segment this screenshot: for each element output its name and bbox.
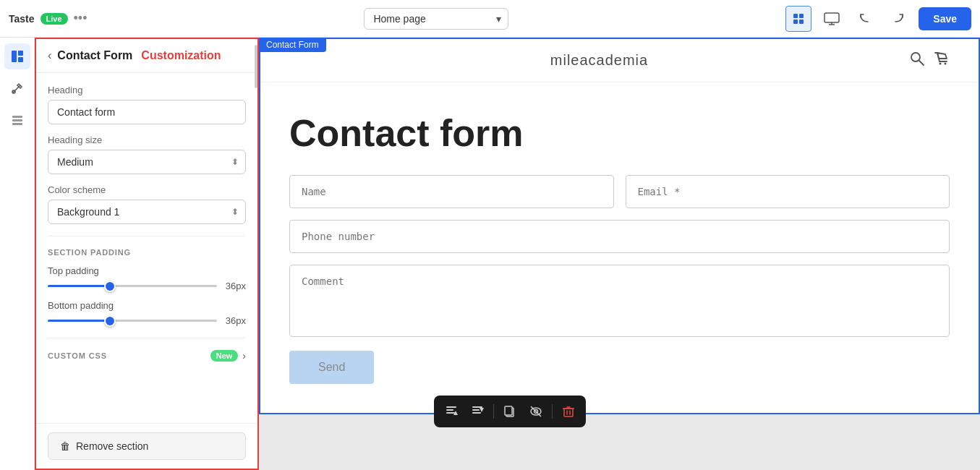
page-selector[interactable]: Home page [364, 8, 508, 30]
custom-css-label: CUSTOM CSS [48, 351, 107, 360]
trash-icon: 🗑 [60, 440, 70, 452]
page-selector-wrap: Home page [364, 8, 508, 30]
topbar-right: Save [785, 6, 971, 32]
svg-rect-23 [472, 409, 480, 411]
canvas-area: Contact Form mileacademia [259, 38, 980, 470]
svg-rect-19 [446, 409, 453, 411]
toolbar-move-down-button[interactable] [466, 400, 489, 423]
svg-point-16 [939, 63, 941, 65]
panel-back-button[interactable]: ‹ [48, 49, 51, 62]
svg-rect-18 [446, 406, 456, 408]
phone-input[interactable] [289, 220, 950, 253]
scrollbar-thumb [255, 45, 257, 88]
svg-rect-12 [12, 119, 22, 121]
svg-rect-20 [446, 412, 455, 414]
section-padding-label: SECTION PADDING [48, 248, 246, 257]
heading-label: Heading [48, 85, 246, 95]
panel-subtitle: Customization [141, 49, 221, 62]
panel-header: ‹ Contact Form Customization [36, 39, 257, 73]
svg-rect-24 [472, 412, 481, 414]
cart-icon[interactable] [934, 51, 950, 70]
comment-textarea[interactable] [289, 265, 950, 337]
panel-title: Contact Form [57, 49, 132, 62]
section-divider-1 [48, 236, 246, 236]
canvas-scroll: Contact Form mileacademia [259, 38, 980, 470]
redo-icon [891, 12, 906, 26]
bottom-padding-row: Bottom padding 36px [48, 300, 246, 326]
custom-css-expand-button[interactable]: › [242, 350, 246, 362]
hide-icon [529, 405, 542, 418]
move-up-icon [445, 405, 458, 418]
floating-toolbar [434, 396, 586, 427]
tools-icon [10, 81, 25, 95]
form-row-1 [289, 175, 950, 208]
save-button[interactable]: Save [919, 7, 971, 30]
bottom-padding-slider-row: 36px [48, 315, 246, 326]
svg-rect-7 [12, 51, 17, 62]
section-tab[interactable]: Contact Form [259, 38, 326, 52]
site-name: Taste [9, 13, 35, 25]
sidebar-icon-tools[interactable] [4, 75, 30, 101]
search-icon[interactable] [909, 51, 925, 70]
live-badge: Live [41, 13, 68, 25]
panel-scrollbar [253, 39, 257, 469]
svg-line-15 [919, 61, 924, 65]
desktop-view-button[interactable] [819, 6, 845, 32]
heading-input[interactable] [48, 100, 246, 124]
top-padding-value: 36px [223, 281, 246, 291]
layers-icon [10, 113, 25, 127]
heading-size-label: Heading size [48, 134, 246, 145]
undo-icon [858, 12, 872, 26]
topbar-more-button[interactable]: ••• [74, 11, 88, 26]
svg-rect-27 [505, 406, 512, 415]
top-padding-slider-row: 36px [48, 281, 246, 291]
icon-sidebar [0, 38, 35, 470]
grid-view-button[interactable] [785, 6, 811, 32]
grid-icon [792, 12, 805, 25]
panel-content: Heading Heading size Medium Color scheme… [36, 73, 257, 423]
svg-rect-22 [472, 406, 482, 408]
customization-panel: ‹ Contact Form Customization Heading Hea… [35, 38, 259, 470]
name-input[interactable] [289, 175, 614, 208]
svg-rect-3 [799, 20, 804, 24]
toolbar-divider-2 [552, 404, 553, 419]
color-scheme-label: Color scheme [48, 184, 246, 195]
panel-footer: 🗑 Remove section [36, 423, 257, 469]
toolbar-move-up-button[interactable] [440, 400, 463, 423]
sidebar-icon-layers[interactable] [4, 107, 30, 133]
undo-button[interactable] [852, 6, 878, 32]
toolbar-copy-button[interactable] [498, 400, 521, 423]
send-button[interactable]: Send [289, 351, 374, 384]
sidebar-icon-layout[interactable] [4, 43, 30, 69]
contact-section: Contact form Send [260, 82, 979, 413]
toolbar-delete-button[interactable] [557, 400, 580, 423]
color-scheme-select[interactable]: Background 1 [48, 200, 246, 224]
svg-point-17 [944, 63, 946, 65]
move-down-icon [471, 405, 484, 418]
svg-marker-25 [480, 408, 484, 412]
website-frame: Contact Form mileacademia [259, 38, 980, 414]
toolbar-divider-1 [493, 404, 494, 419]
contact-heading: Contact form [289, 111, 950, 155]
delete-icon [562, 405, 575, 418]
topbar-center: Home page [95, 8, 777, 30]
new-badge: New [210, 350, 239, 362]
svg-rect-11 [12, 116, 22, 118]
bottom-padding-slider[interactable] [48, 320, 217, 322]
redo-button[interactable] [885, 6, 911, 32]
email-input[interactable] [626, 175, 950, 208]
svg-rect-0 [793, 14, 798, 18]
layout-icon [10, 49, 25, 64]
section-divider-2 [48, 338, 246, 338]
svg-rect-8 [18, 51, 23, 56]
remove-section-button[interactable]: 🗑 Remove section [48, 432, 246, 460]
top-padding-row: Top padding 36px [48, 265, 246, 291]
site-logo-text: mileacademia [550, 52, 648, 69]
top-padding-label: Top padding [48, 265, 246, 276]
top-padding-slider[interactable] [48, 285, 217, 287]
topbar: Taste Live ••• Home page Save [0, 0, 980, 38]
color-scheme-select-wrap: Background 1 [48, 200, 246, 224]
toolbar-hide-button[interactable] [524, 400, 547, 423]
custom-css-row: CUSTOM CSS New › [48, 350, 246, 362]
heading-size-select[interactable]: Medium [48, 150, 246, 174]
